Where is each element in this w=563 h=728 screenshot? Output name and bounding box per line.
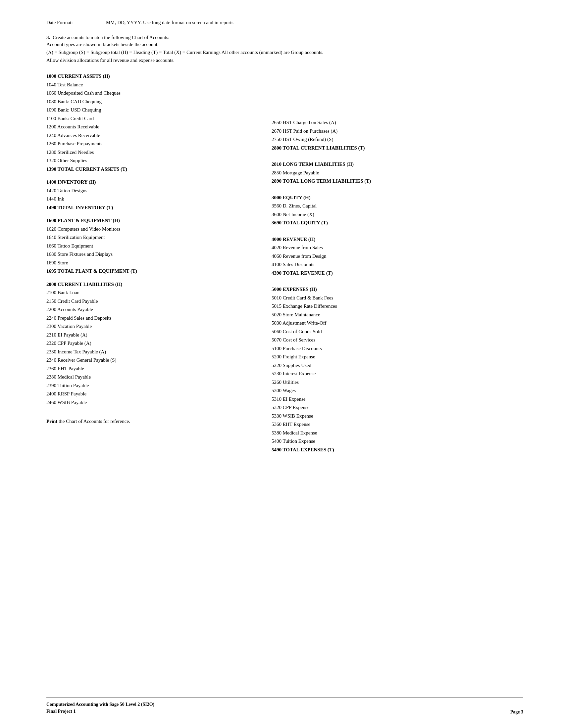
print-note: Print the Chart of Accounts for referenc… (46, 417, 258, 425)
account-4020: 4020 Revenue from Sales (271, 244, 523, 252)
account-5310: 5310 EI Expense (271, 395, 523, 404)
account-1320: 1320 Other Supplies (46, 157, 258, 165)
total-long-term-liabilities: 2890 TOTAL LONG TERM LIABILITIES (T) (271, 177, 523, 186)
print-bold: Print (46, 419, 57, 424)
account-2340: 2340 Receiver General Payable (S) (46, 356, 258, 365)
account-2240: 2240 Prepaid Sales and Deposits (46, 314, 258, 323)
account-5015: 5015 Exchange Rate Differences (271, 302, 523, 311)
account-5400: 5400 Tuition Expense (271, 437, 523, 446)
group-equity: 3000 EQUITY (H) 3560 D. Zines, Capital 3… (271, 190, 523, 227)
page: Date Format: MM, DD, YYYY. Use long date… (0, 0, 563, 728)
group-revenue: 4000 REVENUE (H) 4020 Revenue from Sales… (271, 235, 523, 278)
account-1690: 1690 Store (46, 259, 258, 267)
account-1280: 1280 Sterilized Needles (46, 148, 258, 157)
account-2850: 2850 Mortgage Payable (271, 169, 523, 177)
account-4060: 4060 Revenue from Design (271, 252, 523, 261)
account-1240: 1240 Advances Receivable (46, 131, 258, 140)
account-1640: 1640 Sterilization Equipment (46, 233, 258, 242)
total-equity: 3690 TOTAL EQUITY (T) (271, 219, 523, 227)
account-5330: 5330 WSIB Expense (271, 412, 523, 421)
footer-left-line1: Computerized Accounting with Sage 50 Lev… (46, 701, 154, 708)
account-5060: 5060 Cost of Goods Sold (271, 328, 523, 336)
account-5030: 5030 Adjustment Write-Off (271, 319, 523, 328)
account-2310: 2310 EI Payable (A) (46, 331, 258, 340)
date-format-row: Date Format: MM, DD, YYYY. Use long date… (46, 20, 523, 25)
total-revenue: 4390 TOTAL REVENUE (T) (271, 269, 523, 278)
account-2380: 2380 Medical Payable (46, 373, 258, 382)
account-2460: 2460 WSIB Payable (46, 398, 258, 407)
heading-inventory: 1400 INVENTORY (H) (46, 178, 258, 187)
total-expenses: 5490 TOTAL EXPENSES (T) (271, 446, 523, 454)
account-2750: 2750 HST Owing (Refund) (S) (271, 135, 523, 144)
account-2150: 2150 Credit Card Payable (46, 297, 258, 306)
heading-plant-equipment: 1600 PLANT & EQUIPMENT (H) (46, 216, 258, 225)
group-long-term-liabilities: 2810 LONG TERM LIABILITIES (H) 2850 Mort… (271, 157, 523, 186)
account-2390: 2390 Tuition Payable (46, 382, 258, 390)
account-1080: 1080 Bank: CAD Chequing (46, 98, 258, 106)
account-5220: 5220 Supplies Used (271, 361, 523, 370)
instruction-block: 3.Create accounts to match the following… (46, 35, 523, 64)
account-3600: 3600 Net Income (X) (271, 210, 523, 219)
date-format-label: Date Format: (46, 20, 86, 25)
print-rest: the Chart of Accounts for reference. (57, 419, 130, 424)
account-1100: 1100 Bank: Credit Card (46, 114, 258, 123)
account-3560: 3560 D. Zines, Capital (271, 202, 523, 210)
account-5380: 5380 Medical Expense (271, 429, 523, 437)
group-hst: 2650 HST Charged on Sales (A) 2670 HST P… (271, 72, 523, 152)
heading-current-assets: 1000 CURRENT ASSETS (H) (46, 72, 258, 81)
total-plant-equipment: 1695 TOTAL PLANT & EQUIPMENT (T) (46, 267, 258, 276)
instruction-line-2: Account types are shown in brackets besi… (46, 40, 523, 48)
account-1090: 1090 Bank: USD Chequing (46, 106, 258, 114)
account-1200: 1200 Accounts Receivable (46, 123, 258, 131)
account-5200: 5200 Freight Expense (271, 353, 523, 361)
account-1680: 1680 Store Fixtures and Displays (46, 250, 258, 259)
account-1440: 1440 Ink (46, 195, 258, 204)
footer: Computerized Accounting with Sage 50 Lev… (46, 698, 523, 715)
account-1040: 1040 Test Balance (46, 81, 258, 89)
group-expenses: 5000 EXPENSES (H) 5010 Credit Card & Ban… (271, 285, 523, 454)
group-current-assets: 1000 CURRENT ASSETS (H) 1040 Test Balanc… (46, 72, 258, 173)
account-5020: 5020 Store Maintenance (271, 311, 523, 319)
account-5230: 5230 Interest Expense (271, 370, 523, 378)
account-4100: 4100 Sales Discounts (271, 260, 523, 269)
account-5100: 5100 Purchase Discounts (271, 344, 523, 353)
account-5300: 5300 Wages (271, 387, 523, 395)
account-5070: 5070 Cost of Services (271, 336, 523, 344)
account-1260: 1260 Purchase Prepayments (46, 140, 258, 148)
account-2200: 2200 Accounts Payable (46, 305, 258, 314)
account-5360: 5360 EHT Expense (271, 420, 523, 429)
date-format-value: MM, DD, YYYY. Use long date format on sc… (106, 20, 233, 25)
total-inventory: 1490 TOTAL INVENTORY (T) (46, 204, 258, 212)
account-2650: 2650 HST Charged on Sales (A) (271, 118, 523, 127)
account-5010: 5010 Credit Card & Bank Fees (271, 294, 523, 302)
account-2100: 2100 Bank Loan (46, 289, 258, 297)
account-1620: 1620 Computers and Video Monitors (46, 225, 258, 234)
accounts-area: 1000 CURRENT ASSETS (H) 1040 Test Balanc… (46, 72, 523, 459)
account-2400: 2400 RRSP Payable (46, 390, 258, 398)
account-2670: 2670 HST Paid on Purchases (A) (271, 127, 523, 136)
heading-equity: 3000 EQUITY (H) (271, 194, 523, 202)
account-1420: 1420 Tattoo Designs (46, 187, 258, 195)
total-current-liabilities-right: 2800 TOTAL CURRENT LIABILITIES (T) (271, 144, 523, 153)
account-1060: 1060 Undeposited Cash and Cheques (46, 89, 258, 98)
group-current-liabilities: 2000 CURRENT LIABILITIES (H) 2100 Bank L… (46, 280, 258, 407)
instruction-line-1: Create accounts to match the following C… (53, 35, 169, 40)
section-3: 3.Create accounts to match the following… (46, 35, 523, 64)
footer-left-line2: Final Project 1 (46, 708, 154, 715)
account-2360: 2360 EHT Payable (46, 365, 258, 373)
account-2330: 2330 Income Tax Payable (A) (46, 348, 258, 356)
heading-revenue: 4000 REVENUE (H) (271, 235, 523, 244)
heading-expenses: 5000 EXPENSES (H) (271, 285, 523, 294)
right-column: 2650 HST Charged on Sales (A) 2670 HST P… (271, 72, 523, 459)
instruction-line-3: (A) = Subgroup (S) = Subgroup total (H) … (46, 48, 523, 56)
account-2320: 2320 CPP Payable (A) (46, 339, 258, 348)
footer-right: Page 3 (510, 709, 523, 715)
footer-left: Computerized Accounting with Sage 50 Lev… (46, 701, 154, 715)
account-5260: 5260 Utilities (271, 378, 523, 387)
account-5320: 5320 CPP Expense (271, 403, 523, 412)
heading-long-term-liabilities: 2810 LONG TERM LIABILITIES (H) (271, 160, 523, 169)
left-column: 1000 CURRENT ASSETS (H) 1040 Test Balanc… (46, 72, 271, 459)
total-current-assets: 1390 TOTAL CURRENT ASSETS (T) (46, 165, 258, 174)
group-plant-equipment: 1600 PLANT & EQUIPMENT (H) 1620 Computer… (46, 216, 258, 276)
account-2300: 2300 Vacation Payable (46, 322, 258, 331)
